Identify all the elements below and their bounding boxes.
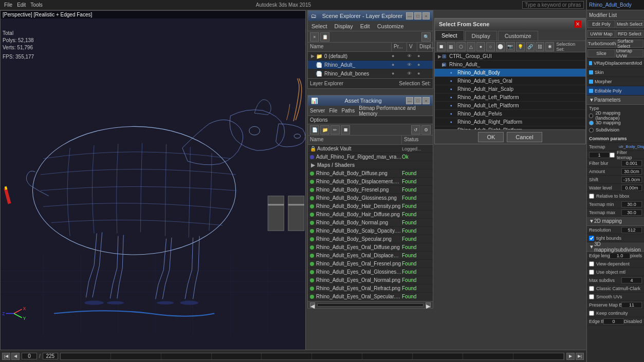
texmap-max-input[interactable] [621,209,642,216]
sfs-tree-container[interactable]: ▶ ⊞ CTRL_Group_GUI ▶ ⊞ Rhino_Adult_ ▪ Rh… [435,52,585,129]
sfs-tb-6[interactable]: ○ [486,42,495,51]
sfs-tb-12[interactable]: ✱ [545,42,554,51]
asset-close-button[interactable]: × [422,97,430,104]
sfs-cancel-button[interactable]: Cancel [507,132,542,142]
sfs-close-button[interactable]: × [574,21,581,28]
search-input[interactable] [522,1,584,9]
mapping-2d-header[interactable]: ▼ 2D mapping [587,217,644,226]
asset-item-hair-density[interactable]: Rhino_Adult_Body_Hair_Density.png Found [308,202,433,211]
asset-item-eyes-oral-refract[interactable]: Rhino_Adult_Eyes_Oral_Refract.png Found [308,284,433,293]
resolution-input[interactable] [621,227,642,233]
scroll-right[interactable]: ▶ [426,302,431,308]
rfd-select-btn[interactable]: RFD Select [616,30,643,38]
sfs-tab-customize[interactable]: Customize [498,31,538,41]
sfs-item-pelvis[interactable]: ▪ Rhino_Adult_Pelvis [435,110,585,118]
asset-item-hair-diffuse[interactable]: Rhino_Adult_Body_Hair_Diffuse.png Found [308,211,433,219]
sfs-tab-display[interactable]: Display [465,31,497,41]
sfs-tb-9[interactable]: 💡 [516,42,525,51]
asset-item-body-glossiness[interactable]: Rhino_Adult_Body_Glossiness.png Found [308,194,433,202]
asset-item-vault[interactable]: 🔒 Autodesk Vault Logged... [308,145,433,153]
use-object-mtl-checkbox[interactable] [589,270,594,275]
preserve-map-input[interactable] [621,302,642,308]
sfs-ok-button[interactable]: OK [478,132,504,142]
prev-key-button[interactable]: ◀ [11,353,20,360]
sfs-item-ctrl-group[interactable]: ▶ ⊞ CTRL_Group_GUI [435,52,585,61]
menu-file[interactable]: File [2,2,14,8]
asset-maximize-button[interactable]: □ [414,97,421,104]
asset-item-eyes-oral-fresnel[interactable]: Rhino_Adult_Eyes_Oral_Fresnel.png Found [308,260,433,268]
surface-select-btn[interactable]: Surface Select [617,40,643,48]
sfs-tab-select[interactable]: Select [435,30,464,41]
mesh-select-btn[interactable]: Mesh Select [616,20,643,28]
menu-display[interactable]: Display [333,23,355,29]
asset-tb-2[interactable]: 📁 [320,125,329,135]
sfs-tb-7[interactable]: ⚪ [496,42,505,51]
asset-item-body-diffuse[interactable]: Rhino_Adult_Body_Diffuse.png Found [308,169,433,178]
asset-tb-1[interactable]: 📄 [310,125,319,135]
prev-frame-button[interactable]: |◀ [2,353,10,360]
sfs-tb-2[interactable]: ▦ [447,42,455,51]
modifier-morpher[interactable]: Morpher [587,77,644,86]
toolbar-btn-filter[interactable]: 🔍 [421,32,431,42]
asset-item-eyes-oral-diffuse[interactable]: Rhino_Adult_Eyes_Oral_Diffuse.png Found [308,243,433,252]
menu-tools[interactable]: Tools [28,2,44,8]
asset-item-eyes-oral-displacement[interactable]: Rhino_Adult_Eyes_Oral_Displacement.png F… [308,252,433,260]
tree-item-rhino-bones[interactable]: ▶ 📄 Rhino_Adult_bones ● 👁 ● [308,69,433,78]
asset-item-body-normal[interactable]: Rhino_Adult_Body_Normal.png Found [308,219,433,227]
asset-menu-server[interactable]: Server [310,108,325,113]
menu-select[interactable]: Select [310,23,329,29]
asset-tb-refresh[interactable]: ↺ [411,125,420,135]
sfs-item-right-platform-2[interactable]: ▪ Rhino_Adult_Right_Platform [435,126,585,129]
asset-tb-settings[interactable]: ⚙ [421,125,431,135]
smooth-uvs-checkbox[interactable] [589,294,594,299]
sfs-tb-8[interactable]: 📷 [506,42,514,51]
close-button[interactable]: × [422,12,430,20]
sfs-item-rhino-body[interactable]: ▪ Rhino_Adult_Body [435,69,585,77]
asset-options[interactable]: Options [308,116,433,124]
sfs-item-rhino-adult[interactable]: ▶ ⊞ Rhino_Adult_ [435,61,585,69]
tree-item-rhino-adult[interactable]: ▶ 📄 Rhino_Adult_ ● 👁 ● [308,61,433,69]
texture-chain-input[interactable] [589,152,610,158]
asset-item-eyes-oral-normal[interactable]: Rhino_Adult_Eyes_Oral_Normal.png Found [308,276,433,284]
menu-edit[interactable]: Edit [15,2,28,8]
relative-bbox-checkbox[interactable] [589,194,594,199]
asset-tb-3[interactable]: ✏ [330,125,340,135]
sfs-tb-3[interactable]: ⬡ [456,42,465,51]
menu-edit[interactable]: Edit [359,23,372,29]
radio-2d[interactable] [589,113,593,118]
type-subdiv-option[interactable]: Subdivision [589,126,642,134]
modifier-skin[interactable]: Skin [587,68,644,77]
asset-item-main-file[interactable]: Adult_Rhino_Fur_Rigged_max_vray.max Ok [308,153,433,161]
sfs-tb-11[interactable]: ⛓ [536,42,544,51]
filter-texmap-checkbox[interactable] [610,153,615,158]
scroll-left[interactable]: ◀ [310,302,315,308]
sfs-item-right-platform-1[interactable]: ▪ Rhino_Adult_Right_Platform [435,118,585,126]
sfs-tb-1[interactable]: 🔲 [437,42,446,51]
current-frame-input[interactable] [22,353,37,359]
texmap-min-input[interactable] [621,201,642,207]
asset-item-eyes-oral-specular[interactable]: Rhino_Adult_Eyes_Oral_Specular.png Found [308,293,433,301]
edge-thresh-input[interactable] [603,318,624,325]
slice-btn[interactable]: Slice [587,49,615,58]
sfs-tb-10[interactable]: 🔗 [526,42,535,51]
turbosmooth-btn[interactable]: TurboSmooth [587,40,616,48]
keep-continuity-checkbox[interactable] [589,311,594,316]
play-button[interactable]: ▶ [566,353,575,360]
water-level-input[interactable] [621,185,642,191]
view-dependent-checkbox[interactable] [589,261,594,266]
max-subdivs-input[interactable] [621,277,642,283]
minimize-button[interactable]: — [406,12,413,20]
filter-blur-input[interactable] [621,160,642,166]
radio-subdiv[interactable] [589,128,594,132]
uvw-map-btn[interactable]: UWW Map [587,30,615,38]
timeline-track[interactable] [60,353,564,360]
modifier-vray-displacement[interactable]: VRayDisplacementMod [587,59,644,68]
tree-item-0-default[interactable]: ▶ 📁 0 (default) ● 👁 ● [308,52,433,61]
unwrap-uvw-btn[interactable]: Unwrap UVW [616,49,643,58]
asset-scrollbar[interactable]: ◀ ▶ [308,301,433,308]
tight-bounds-checkbox[interactable] [589,236,594,241]
menu-customize[interactable]: Customize [376,23,406,29]
asset-item-maps-category[interactable]: ▶ Maps / Shaders [308,161,433,169]
toolbar-btn-2[interactable]: 📋 [320,32,329,42]
sfs-item-eyes-oral[interactable]: ▪ Rhino_Adult_Eyes_Oral [435,77,585,85]
